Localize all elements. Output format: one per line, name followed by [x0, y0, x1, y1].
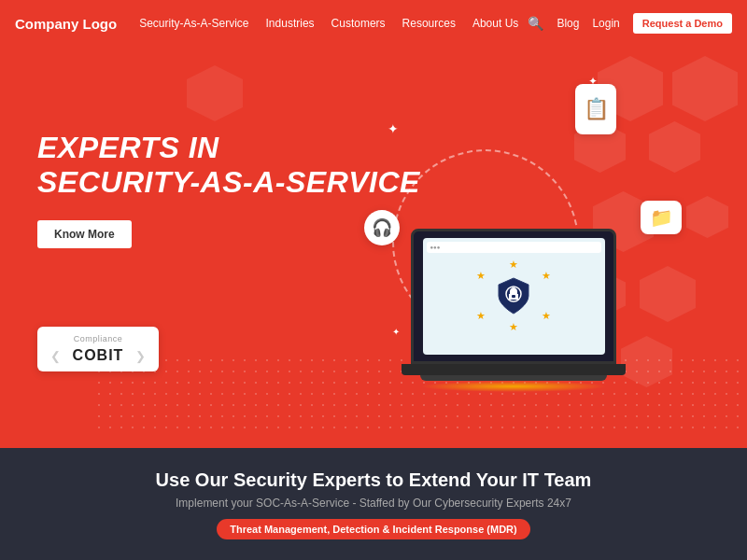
blog-link[interactable]: Blog	[557, 17, 579, 30]
navbar: Company Logo Security-As-A-Service Indus…	[0, 0, 747, 47]
nav-link-customers[interactable]: Customers	[331, 17, 386, 30]
star-3: ★	[542, 310, 551, 322]
laptop-screen-inner: ●●● ★ ★ ★ ★ ★ ★	[423, 238, 605, 355]
sparkle-icon-1: ✦	[388, 121, 399, 136]
sparkle-icon-3: ✦	[392, 327, 400, 337]
star-5: ★	[476, 310, 486, 322]
laptop-url-bar: ●●●	[427, 242, 601, 253]
laptop-glow	[420, 381, 607, 392]
star-2: ★	[542, 270, 551, 282]
url-text: ●●●	[430, 245, 441, 250]
bottom-subtitle: Implement your SOC-As-A-Service - Staffe…	[176, 497, 571, 510]
svg-rect-1	[512, 295, 515, 298]
hero-section: EXPERTS IN SECURITY-AS-A-SERVICE Know Mo…	[0, 47, 747, 448]
nav-link-industries[interactable]: Industries	[266, 17, 315, 30]
nav-links: Security-As-A-Service Industries Custome…	[139, 17, 528, 30]
mdr-tag-button[interactable]: Threat Management, Detection & Incident …	[217, 519, 529, 539]
compliance-prev-arrow[interactable]: ❮	[50, 349, 61, 363]
compliance-box: Compliance ❮ COBIT ❯	[37, 327, 159, 371]
star-4: ★	[509, 321, 518, 333]
nav-link-resources[interactable]: Resources	[402, 17, 456, 30]
shield-svg	[493, 275, 534, 316]
login-link[interactable]: Login	[592, 17, 619, 30]
folder-icon: 📁	[641, 201, 682, 234]
clipboard-icon: 📋	[575, 84, 616, 134]
headset-icon: 🎧	[364, 210, 400, 245]
star-1: ★	[509, 259, 518, 271]
shield-container: ★ ★ ★ ★ ★ ★	[476, 259, 551, 333]
nav-link-about[interactable]: About Us	[472, 17, 518, 30]
hero-illustration: ✦ ✦ ✦ ✦ 📋 📁 🎧 ●●● ★	[336, 65, 691, 429]
laptop-illustration: ●●● ★ ★ ★ ★ ★ ★	[411, 229, 616, 392]
laptop-screen: ●●● ★ ★ ★ ★ ★ ★	[411, 229, 616, 364]
nav-link-security[interactable]: Security-As-A-Service	[139, 17, 248, 30]
request-demo-button[interactable]: Request a Demo	[633, 13, 732, 34]
company-logo[interactable]: Company Logo	[15, 16, 117, 32]
compliance-value-row: ❮ COBIT ❯	[50, 347, 146, 364]
bottom-section: Use Our Security Experts to Extend Your …	[0, 448, 747, 560]
bottom-title: Use Our Security Experts to Extend Your …	[156, 469, 592, 491]
nav-right: 🔍 Blog Login Request a Demo	[528, 13, 732, 34]
compliance-label: Compliance	[50, 334, 146, 343]
compliance-value: COBIT	[73, 347, 124, 364]
search-icon[interactable]: 🔍	[528, 16, 543, 31]
star-6: ★	[476, 270, 486, 282]
laptop-base	[402, 364, 626, 375]
compliance-next-arrow[interactable]: ❯	[135, 349, 146, 363]
know-more-button[interactable]: Know More	[37, 220, 132, 248]
